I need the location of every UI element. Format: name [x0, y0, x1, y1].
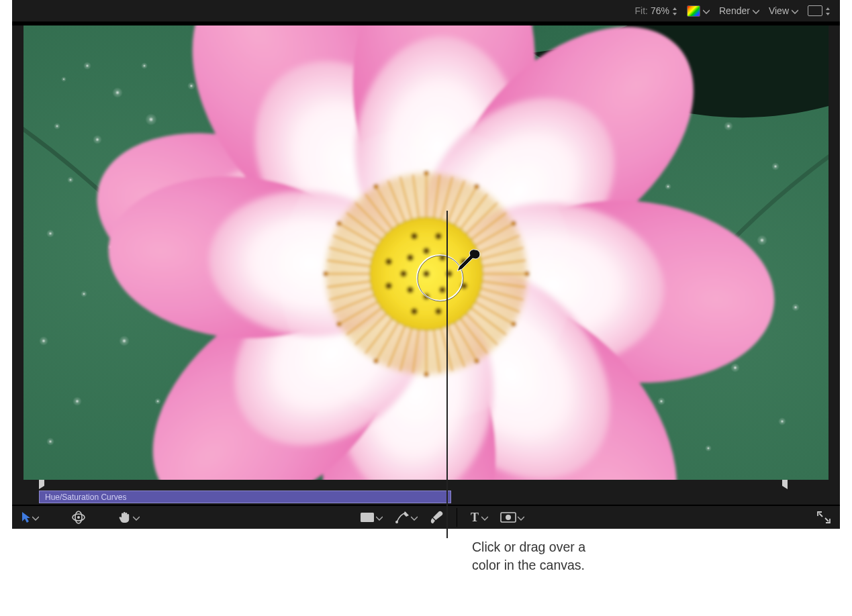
select-tool[interactable]	[19, 510, 42, 525]
fullscreen-icon	[817, 511, 831, 523]
svg-point-124	[407, 287, 414, 293]
effect-clip-hue-saturation[interactable]: Hue/Saturation Curves	[39, 491, 451, 503]
aspect-menu[interactable]	[805, 4, 833, 17]
svg-point-5	[112, 87, 123, 98]
stepper-icon	[672, 7, 677, 14]
svg-point-108	[511, 321, 516, 327]
svg-point-18	[73, 397, 82, 406]
svg-point-144	[506, 515, 511, 520]
paint-stroke-tool[interactable]	[427, 509, 447, 525]
svg-point-115	[373, 184, 379, 189]
svg-point-123	[439, 287, 446, 293]
svg-point-3	[61, 76, 66, 82]
in-point-marker[interactable]	[39, 480, 47, 489]
svg-point-134	[411, 233, 418, 240]
svg-point-4	[83, 62, 91, 70]
svg-rect-140	[361, 513, 374, 522]
fit-value: 76%	[651, 5, 669, 16]
svg-point-104	[424, 170, 429, 176]
svg-point-17	[119, 336, 130, 346]
svg-point-31	[792, 303, 800, 311]
callout-leader-line	[446, 211, 448, 538]
chevron-down-icon	[481, 511, 488, 523]
chevron-down-icon	[133, 511, 140, 523]
svg-point-113	[323, 271, 328, 276]
seed-pod	[370, 217, 483, 330]
color-swatch-icon	[687, 5, 700, 17]
mini-timeline[interactable]: Hue/Saturation Curves	[12, 491, 840, 505]
svg-point-27	[771, 162, 779, 170]
svg-point-28	[665, 183, 671, 190]
mask-icon	[500, 512, 516, 523]
divider	[457, 508, 457, 527]
stepper-icon	[825, 7, 831, 14]
svg-point-131	[435, 308, 442, 315]
chevron-down-icon	[703, 5, 710, 16]
app-frame: Fit: 76% Render View	[12, 0, 840, 529]
render-menu[interactable]: Render	[716, 4, 762, 17]
svg-point-133	[435, 233, 442, 240]
arrow-icon	[21, 511, 31, 523]
svg-point-12	[46, 229, 54, 238]
text-tool[interactable]: T	[467, 510, 491, 525]
brush-icon	[430, 511, 444, 524]
svg-point-34	[778, 417, 786, 425]
svg-point-19	[154, 398, 161, 405]
text-icon: T	[469, 511, 480, 523]
svg-point-22	[141, 62, 148, 69]
svg-point-33	[657, 397, 665, 405]
mini-timeline-ruler[interactable]	[12, 480, 840, 491]
svg-point-130	[385, 258, 392, 265]
svg-point-21	[46, 438, 54, 446]
svg-point-6	[54, 123, 60, 130]
svg-point-16	[39, 336, 48, 346]
svg-point-128	[385, 283, 392, 289]
chevron-down-icon	[411, 511, 418, 523]
svg-point-111	[373, 358, 379, 364]
orbit-icon	[71, 511, 86, 524]
svg-point-114	[336, 221, 342, 226]
chevron-down-icon	[753, 5, 759, 16]
3d-transform-tool[interactable]	[68, 509, 89, 525]
clip-label: Hue/Saturation Curves	[45, 493, 126, 502]
svg-point-139	[77, 516, 80, 519]
svg-point-106	[511, 221, 516, 226]
svg-point-8	[145, 113, 157, 125]
svg-point-32	[730, 363, 740, 372]
render-label: Render	[719, 5, 750, 16]
canvas-image	[23, 25, 829, 480]
svg-point-129	[461, 258, 467, 265]
out-point-marker[interactable]	[779, 480, 788, 489]
svg-point-23	[187, 82, 195, 90]
chevron-down-icon	[32, 511, 39, 523]
chevron-down-icon	[376, 511, 383, 523]
svg-point-29	[757, 235, 767, 246]
mask-tool[interactable]	[498, 510, 527, 525]
color-channels-menu[interactable]	[684, 4, 712, 18]
fullscreen-button[interactable]	[814, 510, 833, 525]
svg-point-35	[705, 445, 712, 452]
pan-tool[interactable]	[115, 509, 142, 525]
svg-point-141	[395, 521, 398, 523]
fit-label: Fit:	[635, 5, 648, 16]
svg-point-126	[407, 254, 414, 261]
svg-point-121	[423, 293, 430, 300]
svg-point-109	[474, 358, 479, 364]
pen-tool[interactable]	[392, 509, 420, 525]
shape-tool[interactable]	[357, 510, 385, 525]
viewer-top-toolbar: Fit: 76% Render View	[12, 0, 840, 21]
svg-point-112	[336, 321, 342, 327]
canvas-bottom-toolbar: T	[12, 506, 840, 529]
chevron-down-icon	[792, 5, 798, 16]
svg-point-122	[423, 248, 430, 254]
svg-point-110	[424, 372, 429, 377]
svg-point-125	[439, 254, 446, 261]
fit-menu[interactable]: Fit: 76%	[632, 4, 680, 17]
callout-text: Click or drag over a color in the canvas…	[472, 538, 647, 574]
pen-icon	[395, 511, 410, 524]
svg-point-15	[81, 291, 87, 297]
canvas-viewer[interactable]	[23, 25, 829, 480]
view-menu[interactable]: View	[766, 4, 801, 17]
svg-text:T: T	[471, 511, 479, 523]
svg-point-120	[400, 270, 407, 277]
